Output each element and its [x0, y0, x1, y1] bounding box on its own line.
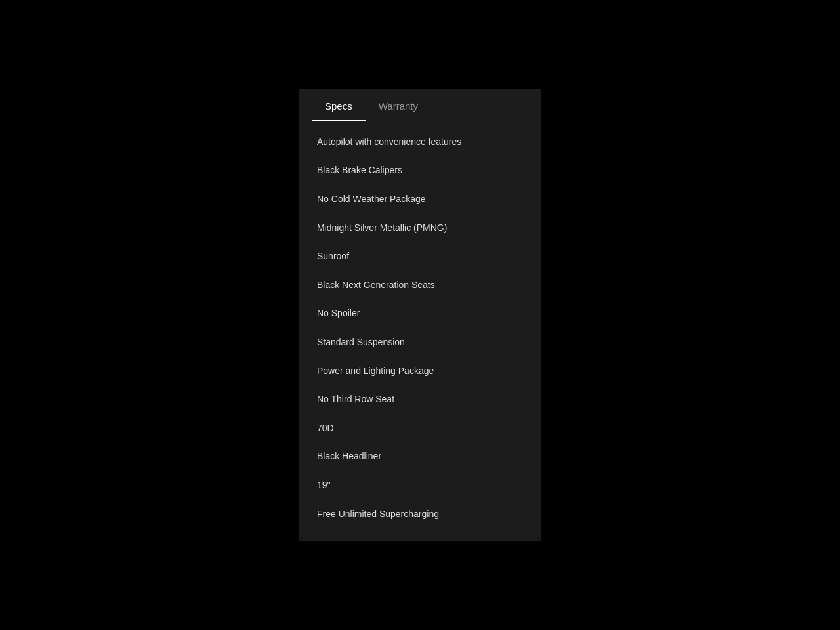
- spec-item-third-row: No Third Row Seat: [299, 385, 541, 414]
- spec-item-autopilot: Autopilot with convenience features: [299, 128, 541, 157]
- panel: Specs Warranty Autopilot with convenienc…: [299, 89, 541, 541]
- tabs-container: Specs Warranty: [299, 89, 541, 121]
- spec-item-headliner: Black Headliner: [299, 442, 541, 471]
- spec-item-spoiler: No Spoiler: [299, 299, 541, 328]
- spec-item-brake-calipers: Black Brake Calipers: [299, 156, 541, 185]
- tab-warranty[interactable]: Warranty: [366, 89, 431, 121]
- spec-item-suspension: Standard Suspension: [299, 328, 541, 357]
- spec-item-cold-weather: No Cold Weather Package: [299, 185, 541, 214]
- tab-specs[interactable]: Specs: [312, 89, 366, 121]
- specs-list: Autopilot with convenience featuresBlack…: [299, 121, 541, 541]
- spec-item-wheels: 19": [299, 471, 541, 500]
- spec-item-seats: Black Next Generation Seats: [299, 271, 541, 300]
- spec-item-lighting: Power and Lighting Package: [299, 357, 541, 386]
- spec-item-supercharging: Free Unlimited Supercharging: [299, 500, 541, 529]
- spec-item-sunroof: Sunroof: [299, 242, 541, 271]
- spec-item-color: Midnight Silver Metallic (PMNG): [299, 214, 541, 243]
- spec-item-model: 70D: [299, 414, 541, 443]
